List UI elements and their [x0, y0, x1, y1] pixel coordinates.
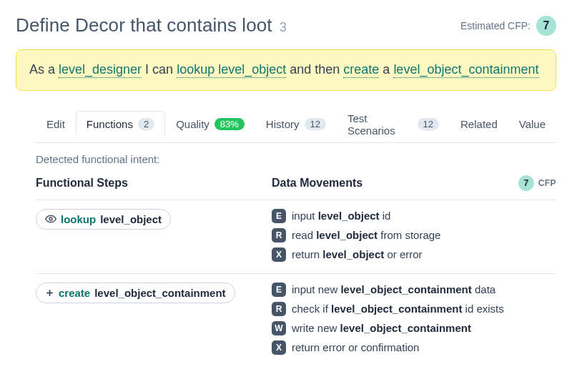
- step-chip[interactable]: lookup level_object: [36, 209, 171, 230]
- movement-text: return error or confirmation: [292, 341, 419, 353]
- movement-type-badge: W: [272, 321, 286, 335]
- movement-text: check if level_object_containment id exi…: [292, 303, 504, 315]
- movement-type-badge: X: [272, 340, 286, 355]
- tabs-bar: Edit Functions 2 Quality 83% History 12 …: [36, 105, 556, 143]
- story-action2-link[interactable]: create: [343, 62, 379, 78]
- data-movement-row: Xreturn level_object or error: [272, 248, 556, 262]
- movement-text: input level_object id: [292, 210, 390, 222]
- movement-type-badge: R: [272, 302, 286, 316]
- movement-type-badge: R: [272, 228, 286, 242]
- cfp-mini-group: 7 CFP: [518, 175, 556, 191]
- cfp-label: Estimated CFP:: [460, 20, 531, 31]
- movement-text: read level_object from storage: [292, 229, 440, 241]
- tab-count-badge: 2: [138, 118, 154, 130]
- plus-icon: [45, 288, 54, 298]
- tab-label: History: [266, 118, 300, 130]
- data-movement-row: Einput new level_object_containment data: [272, 283, 556, 297]
- step-verb: create: [59, 287, 90, 299]
- data-movement-row: Rread level_object from storage: [272, 228, 556, 242]
- story-text: a: [379, 62, 393, 77]
- data-movement-row: Wwrite new level_object_containment: [272, 321, 556, 335]
- page-title: Define Decor that contains loot: [16, 14, 272, 36]
- tab-functions[interactable]: Functions 2: [76, 111, 165, 137]
- data-movement-row: Rcheck if level_object_containment id ex…: [272, 302, 556, 316]
- movement-text: return level_object or error: [292, 248, 423, 260]
- step-verb: lookup: [61, 213, 96, 225]
- cfp-mini-badge: 7: [518, 175, 534, 191]
- tab-label: Quality: [176, 118, 209, 130]
- tab-edit[interactable]: Edit: [36, 111, 76, 137]
- tab-label: Functions: [87, 118, 133, 130]
- data-movement-row: Xreturn error or confirmation: [272, 340, 556, 355]
- svg-point-0: [49, 217, 52, 220]
- story-text: I can: [142, 62, 177, 77]
- tab-test-scenarios[interactable]: Test Scenarios 12: [337, 105, 450, 143]
- step-chip[interactable]: create level_object_containment: [36, 283, 235, 303]
- column-header-steps: Functional Steps: [36, 177, 272, 190]
- cfp-mini-label: CFP: [538, 178, 556, 188]
- step-object: level_object: [100, 213, 162, 225]
- tab-count-badge: 12: [305, 118, 326, 130]
- story-role-link[interactable]: level_designer: [59, 62, 142, 78]
- tab-quality-badge: 83%: [214, 118, 245, 130]
- user-story-box: As a level_designer I can lookup level_o…: [16, 49, 556, 91]
- movement-type-badge: E: [272, 209, 286, 223]
- detected-label: Detected functional intent:: [36, 153, 556, 165]
- tab-related[interactable]: Related: [450, 111, 508, 137]
- tab-history[interactable]: History 12: [255, 111, 337, 137]
- title-count: 3: [280, 20, 287, 35]
- step-object: level_object_containment: [94, 287, 225, 299]
- tab-label: Test Scenarios: [347, 112, 413, 137]
- tab-count-badge: 12: [418, 118, 439, 130]
- tab-value[interactable]: Value: [508, 111, 556, 137]
- functional-step-row: lookup level_objectEinput level_object i…: [36, 200, 556, 273]
- cfp-value-badge: 7: [536, 16, 556, 36]
- story-text: and then: [286, 62, 343, 77]
- data-movement-row: Einput level_object id: [272, 209, 556, 223]
- tab-label: Edit: [46, 118, 65, 130]
- story-object-link[interactable]: level_object_containment: [393, 62, 538, 78]
- movement-type-badge: E: [272, 283, 286, 297]
- tab-quality[interactable]: Quality 83%: [165, 111, 255, 137]
- column-header-movements: Data Movements: [272, 177, 518, 190]
- tab-label: Value: [519, 118, 546, 130]
- movement-text: input new level_object_containment data: [292, 283, 495, 295]
- eye-icon: [45, 213, 56, 225]
- story-action1-link[interactable]: lookup level_object: [177, 62, 286, 78]
- functional-step-row: create level_object_containmentEinput ne…: [36, 273, 556, 366]
- cfp-summary: Estimated CFP: 7: [460, 16, 556, 36]
- movement-text: write new level_object_containment: [292, 322, 471, 334]
- story-text: As a: [29, 62, 59, 77]
- tab-label: Related: [460, 118, 498, 130]
- movement-type-badge: X: [272, 248, 286, 262]
